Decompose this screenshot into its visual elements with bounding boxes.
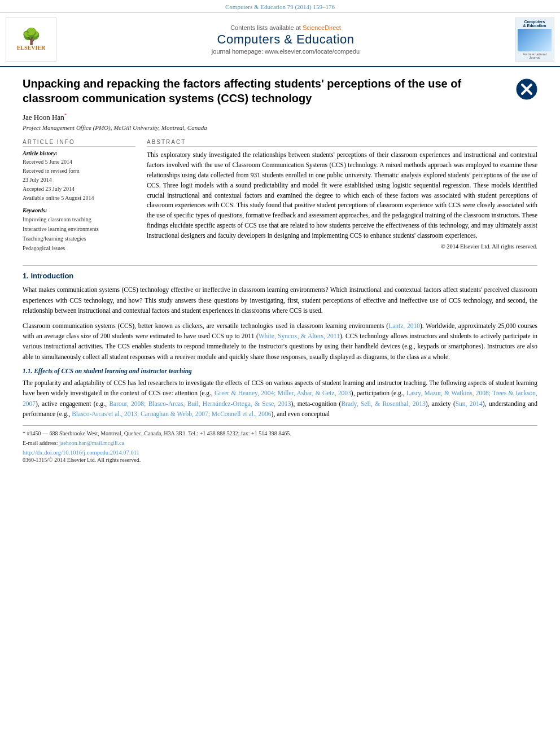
- date-online: Available online 5 August 2014: [23, 194, 135, 203]
- main-content: Unpacking and repacking the factors affe…: [0, 67, 560, 469]
- subsection-1-1-para-1: The popularity and adaptability of CCS h…: [23, 378, 537, 420]
- abstract-text: This exploratory study investigated the …: [147, 150, 537, 241]
- crossmark-badge[interactable]: [516, 78, 537, 100]
- intro-heading: 1. Introduction: [23, 272, 537, 280]
- cover-title: Computers& Education: [523, 20, 546, 28]
- keyword-4: Pedagogical issues: [23, 243, 135, 253]
- science-direct-link[interactable]: ScienceDirect: [303, 24, 341, 31]
- date-received: Received 5 June 2014: [23, 158, 135, 167]
- article-title-area: Unpacking and repacking the factors affe…: [23, 76, 537, 106]
- info-abstract-columns: ARTICLE INFO Article history: Received 5…: [23, 139, 537, 257]
- journal-title: Computers & Education: [62, 32, 509, 47]
- cite-barour[interactable]: Barour, 2008; Blasco-Arcas, Buil, Hernán…: [109, 400, 291, 407]
- keyword-1: Improving classroom teaching: [23, 215, 135, 224]
- history-title: Article history:: [23, 150, 135, 156]
- article-history-group: Article history: Received 5 June 2014 Re…: [23, 150, 135, 203]
- issn-line: 0360-1315/© 2014 Elsevier Ltd. All right…: [23, 457, 537, 463]
- abstract-label: ABSTRACT: [147, 139, 537, 147]
- cite-lantz[interactable]: Lantz, 2010: [388, 322, 420, 329]
- article-title-text: Unpacking and repacking the factors affe…: [23, 76, 510, 106]
- homepage-text: journal homepage: www.elsevier.com/locat…: [212, 48, 360, 55]
- email-label: E-mail address:: [23, 440, 58, 446]
- keywords-group: Keywords: Improving classroom teaching I…: [23, 207, 135, 253]
- cover-subtitle: An International Journal: [517, 53, 552, 59]
- intro-para-1: What makes communication systems (CCS) t…: [23, 285, 537, 316]
- date-revised: 23 July 2014: [23, 176, 135, 185]
- contents-line: Contents lists available at ScienceDirec…: [62, 24, 509, 31]
- abstract-column: ABSTRACT This exploratory study investig…: [147, 139, 537, 257]
- elsevier-tree-icon: 🌳: [21, 29, 41, 45]
- homepage-line: journal homepage: www.elsevier.com/locat…: [62, 48, 509, 55]
- copyright-line: © 2014 Elsevier Ltd. All rights reserved…: [147, 243, 537, 250]
- elsevier-label: ELSEVIER: [17, 45, 46, 51]
- date-accepted: Accepted 23 July 2014: [23, 185, 135, 194]
- journal-reference: Computers & Education 79 (2014) 159–176: [0, 0, 560, 13]
- article-info-label: ARTICLE INFO: [23, 139, 135, 147]
- author-name-text: Jae Hoon Han: [23, 113, 64, 121]
- keywords-title: Keywords:: [23, 207, 135, 213]
- cover-image: [518, 29, 552, 51]
- affiliation: Project Management Office (PMO), McGill …: [23, 124, 537, 131]
- article-dates: Received 5 June 2014 Received in revised…: [23, 158, 135, 203]
- intro-para-2: Classroom communication systems (CCS), b…: [23, 321, 537, 362]
- footnote-address: * #1450 — 688 Sherbrooke West, Montreal,…: [23, 429, 537, 438]
- subsection-1-1-heading: 1.1. Effects of CCS on student learning …: [23, 368, 537, 374]
- cite-sun[interactable]: Sun, 2014: [456, 400, 483, 407]
- doi-line[interactable]: http://dx.doi.org/10.1016/j.compedu.2014…: [23, 449, 537, 456]
- keyword-3: Teaching/learning strategies: [23, 234, 135, 243]
- keyword-2: Interactive learning environments: [23, 224, 135, 234]
- email-address[interactable]: jaehoon.han@mail.mcgill.ca: [59, 440, 124, 446]
- journal-header: 🌳 ELSEVIER Contents lists available at S…: [0, 13, 560, 67]
- cite-greer[interactable]: Greer & Heaney, 2004; Miller, Ashar, & G…: [215, 390, 351, 396]
- cite-blasco[interactable]: Blasco-Arcas et al., 2013; Carnaghan & W…: [72, 410, 271, 417]
- article-info-column: ARTICLE INFO Article history: Received 5…: [23, 139, 135, 257]
- section-divider: [23, 265, 537, 266]
- footer-area: * #1450 — 688 Sherbrooke West, Montreal,…: [23, 425, 537, 463]
- author-sup: *: [64, 112, 67, 118]
- keywords-list: Improving classroom teaching Interactive…: [23, 215, 135, 253]
- doi-text: http://dx.doi.org/10.1016/j.compedu.2014…: [23, 449, 139, 456]
- cite-white[interactable]: White, Syncox, & Alters, 2011: [259, 333, 340, 339]
- author-name: Jae Hoon Han*: [23, 112, 537, 122]
- journal-ref-text: Computers & Education 79 (2014) 159–176: [225, 3, 335, 10]
- cite-brady[interactable]: Brady, Seli, & Rosenthal, 2013: [341, 400, 425, 407]
- date-revised-label: Received in revised form: [23, 167, 135, 176]
- journal-center-info: Contents lists available at ScienceDirec…: [62, 18, 509, 62]
- journal-cover: Computers& Education An International Jo…: [515, 18, 554, 62]
- footnote-email: E-mail address: jaehoon.han@mail.mcgill.…: [23, 439, 537, 447]
- elsevier-logo-box: 🌳 ELSEVIER: [6, 18, 56, 62]
